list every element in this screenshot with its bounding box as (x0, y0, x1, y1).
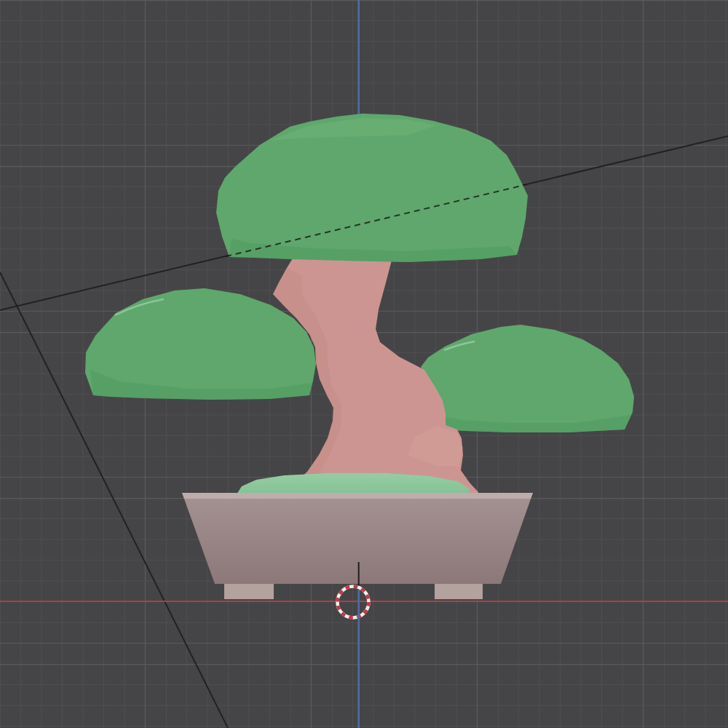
bonsai-pot[interactable] (182, 493, 533, 599)
pot-body[interactable] (182, 493, 533, 584)
viewport-3d[interactable] (0, 0, 728, 728)
pot-foot-left[interactable] (224, 584, 274, 599)
pot-rim (182, 493, 533, 499)
pot-foot-right[interactable] (435, 584, 483, 599)
